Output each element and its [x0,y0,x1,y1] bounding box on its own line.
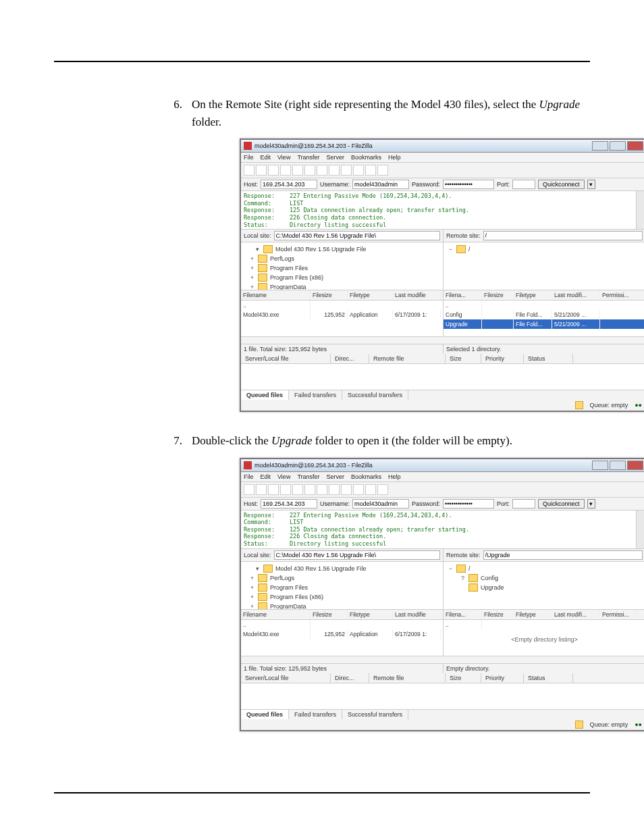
tab-failed[interactable]: Failed transfers [289,390,342,400]
tab-successful[interactable]: Successful transfers [342,710,408,719]
local-site-input[interactable] [274,550,440,560]
password-input[interactable] [443,499,494,509]
toolbar-icon[interactable] [377,484,388,495]
menu-bookmarks[interactable]: Bookmarks [351,473,381,480]
tab-queued[interactable]: Queued files [241,710,289,719]
toolbar-icon[interactable] [268,484,279,495]
toolbar-icon[interactable] [244,484,254,495]
toolbar-icon[interactable] [317,484,327,495]
password-input[interactable] [443,180,494,189]
menu-view[interactable]: View [277,154,290,161]
queue-icon [575,401,583,409]
tab-queued[interactable]: Queued files [241,390,289,400]
remote-tree[interactable]: −/ [444,242,644,290]
menu-server[interactable]: Server [327,154,345,161]
toolbar-icon[interactable] [365,484,376,495]
port-input[interactable] [512,499,535,509]
toolbar-icon[interactable] [280,165,291,176]
step-6: 6. On the Remote Site (right side repres… [54,96,590,130]
menu-help[interactable]: Help [388,154,401,161]
menu-file[interactable]: File [244,473,254,480]
host-input[interactable] [261,180,317,189]
scrollbar[interactable] [636,511,644,548]
toolbar-icon[interactable] [256,484,267,495]
toolbar-icon[interactable] [329,165,340,176]
toolbar-icon[interactable] [244,165,254,176]
remote-row-config[interactable]: Config File Fold... 5/21/2009 ... [444,310,644,319]
toolbar-icon[interactable] [304,484,315,495]
menu-help[interactable]: Help [388,473,401,480]
remote-file-list[interactable]: Filena... Filesize Filetype Last modifi.… [444,610,644,656]
host-input[interactable] [261,499,317,509]
toolbar-icon[interactable] [317,165,327,176]
remote-site-input[interactable] [483,550,643,560]
local-tree[interactable]: ▾Model 430 Rev 1.56 Upgrade File +PerfLo… [241,242,444,290]
message-log: Response:227 Entering Passive Mode (169,… [241,511,644,549]
toolbar-icon[interactable] [256,165,267,176]
minimize-button[interactable] [592,461,608,470]
menu-edit[interactable]: Edit [261,473,271,480]
toolbar-icon[interactable] [353,165,364,176]
remote-file-list[interactable]: Filena... Filesize Filetype Last modifi.… [444,290,644,336]
toolbar-icon[interactable] [377,165,388,176]
toolbar-icon[interactable] [292,165,303,176]
toolbar-icon[interactable] [292,484,303,495]
app-icon [244,142,252,150]
step-number: 7. [54,432,192,450]
step-7: 7. Double-click the Upgrade folder to op… [54,432,590,450]
menu-transfer[interactable]: Transfer [297,154,319,161]
menu-edit[interactable]: Edit [261,154,271,161]
toolbar-icon[interactable] [304,165,315,176]
maximize-button[interactable] [610,461,626,470]
toolbar-icon[interactable] [268,165,279,176]
toolbar-icon[interactable] [280,484,291,495]
window-titlebar: model430admin@169.254.34.203 - FileZilla [241,140,644,153]
queue-status: Queue: empty [590,721,628,728]
host-label: Host: [244,181,258,188]
minimize-button[interactable] [592,141,608,151]
empty-listing-message: <Empty directory listing> [444,629,644,650]
menu-file[interactable]: File [244,154,254,161]
close-button[interactable] [627,461,643,470]
remote-row-upgrade[interactable]: Upgrade File Fold... 5/21/2009 ... [444,319,644,329]
local-status: 1 file. Total size: 125,952 bytes [241,664,444,673]
local-site-field: Local site: [241,230,444,242]
tab-successful[interactable]: Successful transfers [342,390,408,400]
quickconnect-dropdown[interactable]: ▾ [587,180,595,189]
local-tree[interactable]: ▾Model 430 Rev 1.56 Upgrade File +PerfLo… [241,562,444,609]
folder-icon [258,593,267,601]
remote-site-input[interactable] [483,231,643,240]
queue-body [241,364,644,390]
close-button[interactable] [627,141,643,151]
scrollbar[interactable] [636,191,644,229]
local-status: 1 file. Total size: 125,952 bytes [241,344,444,354]
local-site-input[interactable] [274,231,440,240]
message-log: Response:227 Entering Passive Mode (169,… [241,191,644,230]
window-title: model430admin@169.254.34.203 - FileZilla [254,462,373,469]
menubar: File Edit View Transfer Server Bookmarks… [241,472,644,482]
folder-icon [263,245,273,253]
menu-server[interactable]: Server [327,473,345,480]
remote-tree[interactable]: −/ ?Config Upgrade [444,562,644,609]
tab-failed[interactable]: Failed transfers [289,710,342,719]
menu-view[interactable]: View [277,473,290,480]
username-input[interactable] [352,180,409,189]
local-file-list[interactable]: Filename Filesize Filetype Last modifie … [241,610,444,656]
toolbar [241,482,644,498]
toolbar-icon[interactable] [341,484,352,495]
remote-site-field: Remote site: [444,549,644,561]
maximize-button[interactable] [610,141,626,151]
menu-transfer[interactable]: Transfer [297,473,319,480]
toolbar-icon[interactable] [353,484,364,495]
menu-bookmarks[interactable]: Bookmarks [351,154,381,161]
port-input[interactable] [512,180,535,189]
folder-icon [258,283,267,290]
username-input[interactable] [352,499,409,509]
quickconnect-dropdown[interactable]: ▾ [587,499,595,509]
quickconnect-button[interactable]: Quickconnect [538,180,585,189]
toolbar-icon[interactable] [365,165,376,176]
toolbar-icon[interactable] [341,165,352,176]
toolbar-icon[interactable] [329,484,340,495]
local-file-list[interactable]: Filename Filesize Filetype Last modifie … [241,290,444,336]
quickconnect-button[interactable]: Quickconnect [538,499,585,509]
